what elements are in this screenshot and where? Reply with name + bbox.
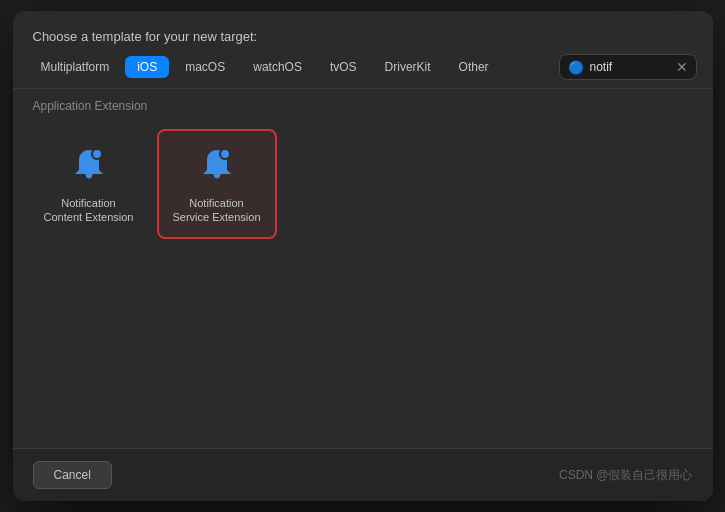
footer: Cancel CSDN @假装自己很用心 (13, 448, 713, 501)
template-dialog: Choose a template for your new target: M… (13, 11, 713, 501)
tab-tvos[interactable]: tvOS (318, 56, 369, 78)
search-box: 🔵 ✕ (559, 54, 697, 80)
item-label-content: NotificationContent Extension (44, 196, 134, 225)
tab-other[interactable]: Other (447, 56, 501, 78)
svg-point-1 (220, 149, 230, 159)
tab-macos[interactable]: macOS (173, 56, 237, 78)
item-label-service: NotificationService Extension (172, 196, 260, 225)
watermark: CSDN @假装自己很用心 (559, 467, 693, 484)
search-icon: 🔵 (568, 60, 584, 75)
search-input[interactable] (590, 60, 670, 74)
tab-ios[interactable]: iOS (125, 56, 169, 78)
tabs-row: Multiplatform iOS macOS watchOS tvOS Dri… (13, 54, 713, 89)
cancel-button[interactable]: Cancel (33, 461, 112, 489)
content-area: NotificationContent Extension Notificati… (13, 121, 713, 448)
items-grid: NotificationContent Extension Notificati… (29, 121, 697, 247)
template-item-notification-service[interactable]: NotificationService Extension (157, 129, 277, 239)
tab-driverkit[interactable]: DriverKit (373, 56, 443, 78)
template-item-notification-content[interactable]: NotificationContent Extension (29, 129, 149, 239)
tab-watchos[interactable]: watchOS (241, 56, 314, 78)
tabs-container: Multiplatform iOS macOS watchOS tvOS Dri… (29, 56, 501, 78)
bell-icon-content (67, 144, 111, 188)
clear-icon[interactable]: ✕ (676, 59, 688, 75)
tab-multiplatform[interactable]: Multiplatform (29, 56, 122, 78)
svg-point-0 (92, 149, 102, 159)
dialog-title: Choose a template for your new target: (13, 11, 713, 54)
bell-icon-service (195, 144, 239, 188)
section-label: Application Extension (13, 89, 713, 121)
